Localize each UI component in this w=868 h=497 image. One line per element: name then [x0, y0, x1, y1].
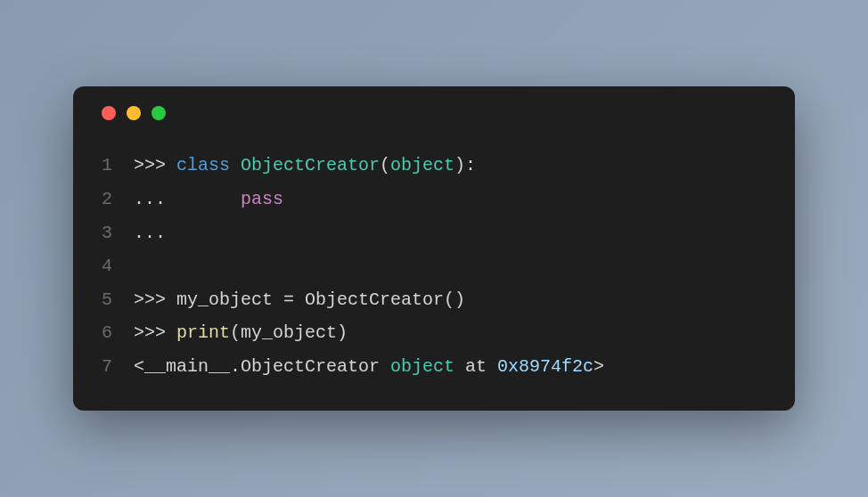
- line-number: 5: [96, 283, 134, 317]
- line-number: 4: [96, 249, 134, 283]
- code-token: ):: [454, 155, 476, 175]
- code-line: 3...: [96, 216, 772, 250]
- code-token: [230, 155, 241, 175]
- code-token: object: [390, 356, 454, 377]
- code-token: <__main__.ObjectCreator: [134, 356, 390, 377]
- code-line: 6>>> print(my_object): [96, 316, 772, 350]
- code-line: 2... pass: [96, 183, 772, 216]
- code-line: 5>>> my_object = ObjectCreator(): [96, 283, 772, 317]
- code-window: 1>>> class ObjectCreator(object):2... pa…: [73, 86, 795, 410]
- code-token: class: [176, 155, 230, 175]
- code-token: (: [380, 155, 390, 175]
- line-content: [134, 249, 144, 283]
- line-content: <__main__.ObjectCreator object at 0x8974…: [134, 350, 604, 384]
- window-titlebar: [96, 106, 772, 120]
- line-content: >>> print(my_object): [134, 316, 348, 350]
- code-token: ...: [134, 189, 241, 209]
- code-line: 4: [96, 249, 772, 283]
- code-line: 7<__main__.ObjectCreator object at 0x897…: [96, 350, 772, 384]
- close-icon[interactable]: [102, 106, 116, 120]
- minimize-icon[interactable]: [127, 106, 141, 120]
- code-token: >>> my_object = ObjectCreator(): [134, 289, 465, 310]
- maximize-icon[interactable]: [151, 106, 166, 120]
- code-token: at: [454, 356, 497, 377]
- code-token: print: [176, 322, 230, 343]
- code-block: 1>>> class ObjectCreator(object):2... pa…: [96, 149, 772, 383]
- code-token: >>>: [134, 155, 176, 175]
- code-token: >: [594, 356, 604, 377]
- line-number: 7: [96, 350, 134, 384]
- line-number: 3: [96, 216, 134, 250]
- code-token: pass: [241, 189, 283, 209]
- code-token: 0x8974f2c: [497, 356, 594, 377]
- code-token: (my_object): [230, 322, 348, 343]
- code-token: >>>: [134, 322, 176, 343]
- code-token: ObjectCreator: [241, 155, 380, 175]
- line-number: 1: [96, 149, 134, 183]
- line-content: >>> my_object = ObjectCreator(): [134, 283, 465, 317]
- line-content: ...: [134, 216, 166, 250]
- line-content: >>> class ObjectCreator(object):: [134, 149, 476, 183]
- code-line: 1>>> class ObjectCreator(object):: [96, 149, 772, 183]
- line-number: 6: [96, 316, 134, 350]
- code-token: object: [390, 155, 454, 175]
- line-content: ... pass: [134, 183, 283, 216]
- line-number: 2: [96, 183, 134, 216]
- code-token: ...: [134, 223, 166, 243]
